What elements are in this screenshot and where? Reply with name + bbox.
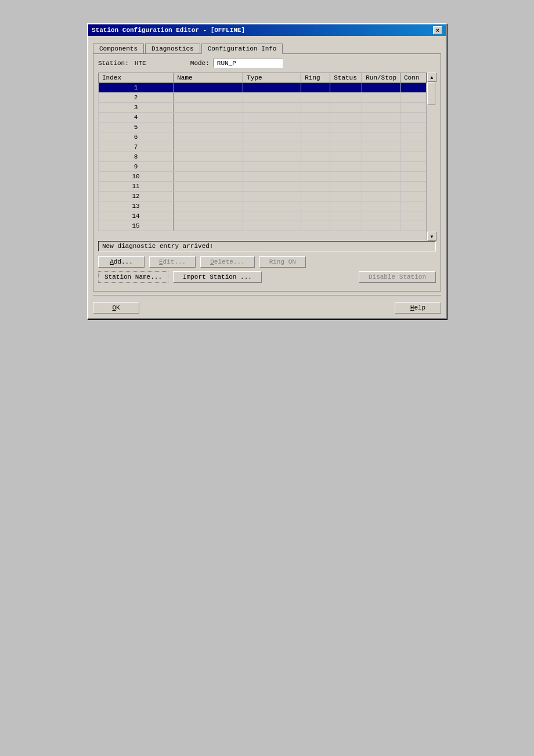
station-name-button[interactable]: Station Name... [98, 271, 168, 283]
cell-runstop [362, 123, 400, 132]
ok-underline: O [112, 304, 116, 311]
cell-name [174, 192, 243, 201]
cell-index: 1 [99, 83, 174, 93]
table-row[interactable]: 4 [99, 113, 427, 123]
cell-index: 7 [99, 142, 174, 152]
table-row[interactable]: 5 [99, 123, 427, 132]
button-row-2: Station Name... Import Station ... Disab… [98, 271, 436, 283]
cell-ring [301, 93, 330, 103]
station-mode-row: Station: HTE Mode: RUN_P [98, 59, 436, 68]
cell-type [243, 192, 301, 201]
table-row[interactable]: 2 [99, 93, 427, 103]
station-label: Station: [98, 60, 129, 67]
cell-status [330, 201, 362, 211]
cell-index: 9 [99, 162, 174, 172]
cell-conn [400, 221, 427, 231]
table-row[interactable]: 12 [99, 192, 427, 201]
tab-content: Station: HTE Mode: RUN_P Index Name [93, 53, 441, 291]
cell-name [174, 93, 243, 103]
cell-index: 4 [99, 113, 174, 123]
table-row[interactable]: 10 [99, 172, 427, 182]
close-button[interactable]: × [433, 26, 442, 34]
tab-components[interactable]: Components [93, 44, 144, 54]
cell-ring [301, 113, 330, 123]
cell-conn [400, 93, 427, 103]
cell-ring [301, 221, 330, 231]
title-bar: Station Configuration Editor - [OFFLINE]… [88, 24, 446, 36]
ring-on-button[interactable]: Ring ON [259, 256, 306, 268]
table-row[interactable]: 14 [99, 211, 427, 221]
table-row[interactable]: 1 [99, 83, 427, 93]
cell-ring [301, 83, 330, 93]
bottom-bar: OK Help [93, 300, 441, 314]
edit-button[interactable]: Edit... [149, 256, 196, 268]
cell-name [174, 182, 243, 192]
cell-runstop [362, 172, 400, 182]
cell-conn [400, 152, 427, 162]
cell-status [330, 113, 362, 123]
cell-ring [301, 211, 330, 221]
cell-ring [301, 182, 330, 192]
tab-bar: Components Diagnostics Configuration Inf… [93, 43, 441, 53]
add-underline: A [110, 258, 114, 265]
table-row[interactable]: 15 [99, 221, 427, 231]
cell-type [243, 93, 301, 103]
cell-runstop [362, 103, 400, 113]
main-window: Station Configuration Editor - [OFFLINE]… [87, 23, 447, 319]
add-button[interactable]: Add... [98, 256, 145, 268]
cell-runstop [362, 192, 400, 201]
table-row[interactable]: 13 [99, 201, 427, 211]
table-row[interactable]: 11 [99, 182, 427, 192]
scroll-down-button[interactable]: ▼ [427, 232, 436, 241]
status-bar: New diagnostic entry arrived! [98, 241, 436, 251]
tab-diagnostics[interactable]: Diagnostics [145, 44, 200, 54]
station-value: HTE [132, 59, 179, 67]
cell-status [330, 172, 362, 182]
cell-status [330, 162, 362, 172]
cell-conn [400, 211, 427, 221]
cell-ring [301, 123, 330, 132]
cell-type [243, 132, 301, 142]
cell-name [174, 201, 243, 211]
cell-runstop [362, 93, 400, 103]
ok-button[interactable]: OK [93, 302, 139, 314]
cell-status [330, 83, 362, 93]
ring-on-label: Ring ON [269, 258, 296, 265]
disable-station-button[interactable]: Disable Station [359, 271, 436, 283]
tab-configuration-info[interactable]: Configuration Info [201, 44, 283, 54]
delete-button[interactable]: Delete... [200, 256, 254, 268]
scroll-up-button[interactable]: ▲ [427, 73, 436, 82]
cell-name [174, 83, 243, 93]
help-button[interactable]: Help [395, 302, 441, 314]
cell-ring [301, 162, 330, 172]
cell-index: 14 [99, 211, 174, 221]
table-row[interactable]: 3 [99, 103, 427, 113]
cell-type [243, 103, 301, 113]
cell-conn [400, 172, 427, 182]
col-header-type: Type [243, 73, 301, 83]
import-station-button[interactable]: Import Station ... [173, 271, 262, 283]
cell-name [174, 172, 243, 182]
cell-runstop [362, 142, 400, 152]
cell-conn [400, 83, 427, 93]
status-message: New diagnostic entry arrived! [102, 243, 213, 250]
cell-status [330, 221, 362, 231]
mode-value: RUN_P [213, 59, 283, 68]
cell-type [243, 182, 301, 192]
scroll-thumb[interactable] [427, 82, 435, 105]
table-row[interactable]: 7 [99, 142, 427, 152]
cell-conn [400, 182, 427, 192]
cell-index: 13 [99, 201, 174, 211]
station-field: Station: HTE [98, 59, 179, 67]
table-row[interactable]: 8 [99, 152, 427, 162]
table-row[interactable]: 6 [99, 132, 427, 142]
table-row[interactable]: 9 [99, 162, 427, 172]
cell-conn [400, 103, 427, 113]
cell-index: 8 [99, 152, 174, 162]
import-station-label: Import Station ... [183, 273, 252, 280]
button-row-1: Add... Edit... Delete... Ring ON [98, 256, 436, 268]
cell-status [330, 182, 362, 192]
cell-ring [301, 132, 330, 142]
cell-name [174, 221, 243, 231]
cell-name [174, 103, 243, 113]
